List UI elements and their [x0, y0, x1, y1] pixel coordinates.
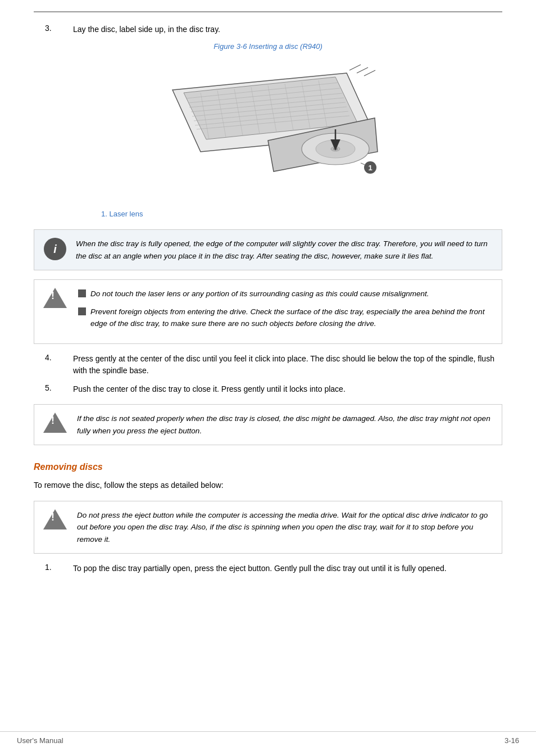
step-5-item: 5. Push the center of the disc tray to c… — [34, 383, 502, 395]
warning-icon-1 — [43, 288, 69, 311]
warning-bullet-2 — [78, 307, 86, 315]
step-4-number: 4. — [45, 353, 73, 377]
warning-text-1b: Prevent foreign objects from entering th… — [90, 306, 493, 330]
info-symbol: i — [44, 238, 66, 260]
warning-item-1: Do not touch the laser lens or any porti… — [78, 288, 493, 300]
disc-diagram: 1 — [34, 56, 502, 204]
step-1-removing-item: 1. To pop the disc tray partially open, … — [34, 563, 502, 574]
step-5-number: 5. — [45, 383, 73, 395]
page: 3. Lay the disc, label side up, in the d… — [0, 0, 536, 756]
step-4-text: Press gently at the center of the disc u… — [73, 353, 502, 377]
laser-lens-label: 1. Laser lens — [101, 210, 502, 218]
removing-intro: To remove the disc, follow the steps as … — [34, 479, 502, 491]
step-1-removing-text: To pop the disc tray partially open, pre… — [73, 563, 502, 574]
step-3-item: 3. Lay the disc, label side up, in the d… — [34, 24, 502, 35]
svg-point-22 — [333, 148, 338, 150]
svg-line-30 — [364, 70, 375, 76]
warning-bullet-1 — [78, 289, 86, 297]
svg-line-27 — [361, 163, 365, 165]
disc-diagram-svg: 1 — [150, 56, 386, 202]
warning-text-3: Do not press the eject button while the … — [77, 509, 493, 546]
step-5-text: Push the center of the disc tray to clos… — [73, 383, 502, 395]
step-3-number: 3. — [45, 24, 73, 35]
footer-left: User's Manual — [17, 736, 63, 745]
info-box-1: i When the disc tray is fully opened, th… — [34, 229, 502, 270]
svg-line-28 — [349, 65, 361, 70]
warning-text-1a: Do not touch the laser lens or any porti… — [90, 288, 429, 300]
step-1-removing-number: 1. — [45, 563, 73, 574]
page-footer: User's Manual 3-16 — [0, 731, 536, 745]
warning-triangle-2 — [43, 413, 68, 436]
triangle-shape-3 — [43, 509, 67, 529]
top-border — [34, 11, 502, 12]
warning-box-2: If the disc is not seated properly when … — [34, 404, 502, 445]
warning-box-3: Do not press the eject button while the … — [34, 501, 502, 554]
warning-box-1: Do not touch the laser lens or any porti… — [34, 279, 502, 344]
step-4-item: 4. Press gently at the center of the dis… — [34, 353, 502, 377]
info-text-1: When the disc tray is fully opened, the … — [76, 238, 493, 262]
warning-triangle-1 — [43, 288, 69, 311]
figure-caption: Figure 3-6 Inserting a disc (R940) — [34, 42, 502, 51]
svg-text:1: 1 — [368, 164, 372, 172]
footer-right: 3-16 — [505, 736, 519, 745]
info-icon-1: i — [43, 238, 67, 260]
warning-icon-3 — [43, 509, 68, 533]
warning-triangle-3 — [43, 509, 68, 533]
warning-item-2: Prevent foreign objects from entering th… — [78, 306, 493, 330]
svg-line-29 — [357, 67, 368, 73]
warning-icon-2 — [43, 413, 68, 436]
warning-content-1: Do not touch the laser lens or any porti… — [78, 288, 493, 336]
warning-text-2: If the disc is not seated properly when … — [77, 413, 493, 437]
triangle-shape-1 — [43, 288, 67, 308]
step-3-text: Lay the disc, label side up, in the disc… — [73, 24, 502, 35]
removing-discs-heading: Removing discs — [34, 462, 502, 472]
triangle-shape-2 — [43, 413, 67, 433]
